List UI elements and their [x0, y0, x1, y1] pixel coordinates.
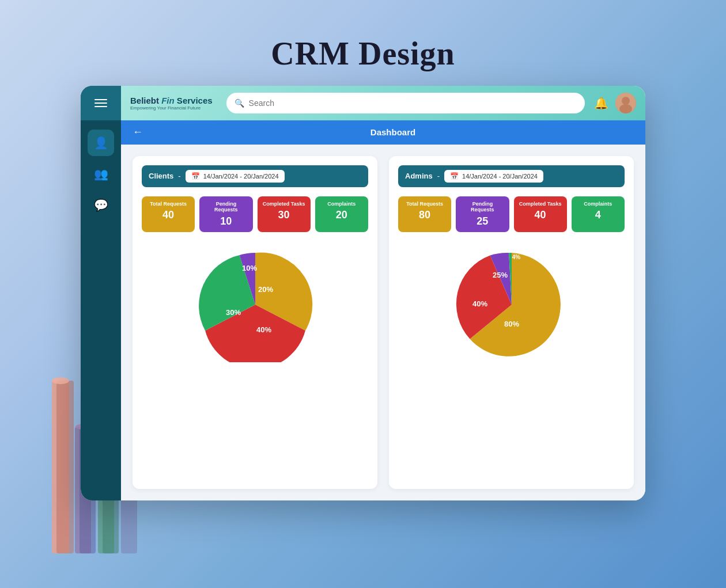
brand-name: Beliebt Fin Services: [130, 96, 213, 105]
sidebar-item-dashboard[interactable]: 👤: [88, 130, 114, 156]
admins-completed-value: 40: [519, 209, 562, 221]
outer-wrapper: CRM Design 👤 👥 💬: [46, 35, 680, 553]
admins-pending-label: Pending Requests: [460, 201, 504, 214]
clients-completed-box: Completed Tasks 30: [258, 196, 311, 233]
clients-pie-label-yellow: 40%: [256, 326, 271, 335]
svg-rect-1: [56, 381, 74, 553]
admins-pending-value: 25: [460, 215, 504, 227]
admins-total-value: 80: [403, 209, 447, 221]
svg-point-7: [52, 377, 69, 384]
admins-pie-label-yellow: 80%: [504, 320, 519, 329]
admins-pie-chart: 80% 40% 25% 4%: [454, 247, 569, 362]
brand-fin: Fin: [161, 96, 175, 105]
clients-complaints-value: 20: [320, 209, 364, 221]
page-title: CRM Design: [271, 35, 455, 72]
svg-point-13: [619, 104, 632, 113]
sidebar-items: 👤 👥 💬: [88, 120, 114, 218]
clients-filter-label: Clients: [149, 172, 173, 180]
clients-pie-label-purple: 10%: [241, 264, 256, 273]
clients-total-label: Total Requests: [146, 201, 190, 207]
admins-date-text: 14/Jan/2024 - 20/Jan/2024: [462, 173, 538, 180]
search-icon: 🔍: [235, 98, 244, 108]
navbar: Beliebt Fin Services Empowering Your Fin…: [121, 86, 645, 120]
bell-icon[interactable]: 🔔: [594, 96, 608, 110]
clients-pending-value: 10: [204, 215, 248, 227]
admins-completed-box: Completed Tasks 40: [514, 196, 567, 233]
sidebar: 👤 👥 💬: [81, 86, 121, 500]
users-icon: 👥: [94, 167, 108, 181]
clients-stats-row: Total Requests 40 Pending Requests 10 Co…: [142, 196, 368, 233]
admins-dash: -: [437, 172, 440, 180]
clients-completed-value: 30: [262, 209, 306, 221]
hamburger-line-1: [94, 99, 107, 100]
admins-date-range: 📅 14/Jan/2024 - 20/Jan/2024: [444, 170, 543, 183]
clients-total-value: 40: [146, 209, 190, 221]
admins-pie-label-green: 4%: [512, 254, 520, 260]
dashboard-icon: 👤: [94, 136, 108, 150]
sidebar-item-users[interactable]: 👥: [88, 161, 114, 187]
admins-card: Admins - 📅 14/Jan/2024 - 20/Jan/2024 Tot…: [389, 156, 634, 489]
admins-total-label: Total Requests: [403, 201, 447, 207]
admins-complaints-box: Complaints 4: [572, 196, 625, 233]
search-bar[interactable]: 🔍: [226, 93, 585, 113]
admins-pie-label-red: 40%: [472, 300, 487, 309]
admins-card-header: Admins - 📅 14/Jan/2024 - 20/Jan/2024: [398, 165, 625, 187]
sidebar-item-messages[interactable]: 💬: [88, 192, 114, 218]
brand-services: Services: [175, 96, 213, 105]
brand-tagline: Empowering Your Financial Future: [130, 105, 213, 111]
search-input[interactable]: [249, 98, 577, 108]
brand: Beliebt Fin Services Empowering Your Fin…: [130, 96, 213, 111]
clients-date-text: 14/Jan/2024 - 20/Jan/2024: [203, 173, 279, 180]
clients-complaints-label: Complaints: [320, 201, 364, 207]
admins-stats-row: Total Requests 80 Pending Requests 25 Co…: [398, 196, 625, 233]
avatar[interactable]: [615, 93, 636, 113]
app-window: 👤 👥 💬 Beliebt Fin Services Empowering Yo…: [81, 86, 645, 500]
calendar-icon-clients: 📅: [191, 172, 200, 180]
clients-card-header: Clients - 📅 14/Jan/2024 - 20/Jan/2024: [142, 165, 368, 187]
clients-dash: -: [178, 172, 180, 180]
clients-pie-label-red: 30%: [225, 309, 240, 317]
svg-point-12: [622, 97, 630, 105]
navbar-actions: 🔔: [594, 93, 636, 113]
main-content: Beliebt Fin Services Empowering Your Fin…: [121, 86, 645, 500]
brand-b: B: [130, 96, 137, 105]
sidebar-menu-button[interactable]: [81, 86, 121, 120]
svg-rect-0: [52, 381, 69, 553]
admins-pie-container: 80% 40% 25% 4%: [398, 241, 625, 368]
admins-total-requests-box: Total Requests 80: [398, 196, 451, 233]
clients-pie-chart: 40% 30% 20% 10%: [198, 247, 313, 362]
clients-card: Clients - 📅 14/Jan/2024 - 20/Jan/2024 To…: [133, 156, 377, 489]
calendar-icon-admins: 📅: [450, 172, 459, 180]
admins-pie-label-purple: 25%: [492, 271, 507, 280]
admins-completed-label: Completed Tasks: [519, 201, 562, 207]
hamburger-line-3: [94, 106, 107, 107]
admins-complaints-label: Complaints: [576, 201, 620, 207]
admins-complaints-value: 4: [576, 209, 620, 221]
clients-total-requests-box: Total Requests 40: [142, 196, 195, 233]
hamburger-icon: [94, 99, 107, 107]
clients-pie-container: 40% 30% 20% 10%: [142, 241, 368, 368]
clients-completed-label: Completed Tasks: [262, 201, 306, 207]
admins-pending-box: Pending Requests 25: [456, 196, 509, 233]
brand-eliebt: eliebt: [137, 96, 161, 105]
dashboard-body: Clients - 📅 14/Jan/2024 - 20/Jan/2024 To…: [121, 145, 645, 500]
messages-icon: 💬: [94, 198, 108, 212]
admins-filter-label: Admins: [405, 172, 433, 180]
clients-date-range: 📅 14/Jan/2024 - 20/Jan/2024: [186, 170, 285, 183]
hamburger-line-2: [94, 103, 107, 104]
back-button[interactable]: ←: [133, 126, 143, 138]
dashboard-title: Dashboard: [152, 127, 634, 137]
dashboard-header: ← Dashboard: [121, 120, 645, 145]
clients-complaints-box: Complaints 20: [315, 196, 368, 233]
clients-pie-label-green: 20%: [258, 286, 273, 294]
clients-pending-label: Pending Requests: [204, 201, 248, 214]
clients-pending-box: Pending Requests 10: [199, 196, 252, 233]
